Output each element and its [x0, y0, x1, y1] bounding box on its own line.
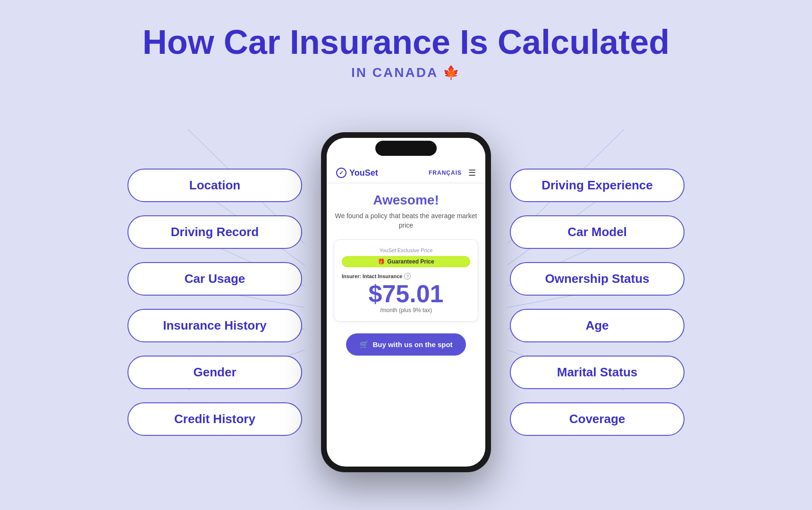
page-container: How Car Insurance Is Calculated IN CANAD… [0, 0, 812, 510]
youset-price-label: YouSet Exclusive Price [342, 247, 470, 253]
per-month-text: /month (plus 9% tax) [342, 307, 470, 314]
phone-logo: ✓ YouSet [336, 168, 378, 178]
guaranteed-pill: 🎁 Guaranteed Price [342, 256, 470, 267]
buy-button[interactable]: 🛒 Buy with us on the spot [346, 333, 465, 356]
price-amount: $75.01 [342, 281, 470, 306]
gift-icon: 🎁 [378, 258, 385, 265]
phone-screen: ✓ YouSet FRANÇAIS ☰ Awesome! We found a … [327, 138, 485, 467]
phone-mockup: ✓ YouSet FRANÇAIS ☰ Awesome! We found a … [321, 132, 491, 472]
pill-car-usage: Car Usage [127, 262, 302, 296]
main-title: How Car Insurance Is Calculated [143, 24, 669, 61]
pill-age: Age [510, 309, 685, 342]
pill-coverage: Coverage [510, 402, 685, 436]
phone-nav: ✓ YouSet FRANÇAIS ☰ [327, 164, 485, 183]
header-section: How Car Insurance Is Calculated IN CANAD… [143, 0, 669, 80]
insurer-line: Insurer: Intact Insurance ? [342, 273, 470, 280]
content-area: Location Driving Record Car Usage Insura… [0, 94, 812, 510]
right-pill-column: Driving Experience Car Model Ownership S… [510, 169, 685, 436]
price-card: YouSet Exclusive Price 🎁 Guaranteed Pric… [334, 239, 478, 322]
policy-description: We found a policy that beats the average… [334, 212, 478, 230]
phone-main-content: Awesome! We found a policy that beats th… [327, 183, 485, 467]
language-toggle[interactable]: FRANÇAIS [429, 170, 462, 176]
pill-driving-record: Driving Record [127, 215, 302, 249]
info-icon: ? [404, 273, 411, 280]
cart-icon: 🛒 [359, 340, 369, 349]
phone-nav-right: FRANÇAIS ☰ [429, 168, 476, 178]
pill-car-model: Car Model [510, 215, 685, 249]
subtitle: IN CANADA 🍁 [143, 65, 669, 80]
buy-button-label: Buy with us on the spot [372, 340, 452, 348]
insurer-text: Insurer: Intact Insurance [342, 273, 402, 279]
phone-device: ✓ YouSet FRANÇAIS ☰ Awesome! We found a … [321, 132, 491, 472]
youset-logo-text: YouSet [349, 168, 378, 178]
pill-credit-history: Credit History [127, 402, 302, 436]
pill-gender: Gender [127, 356, 302, 389]
awesome-heading: Awesome! [373, 193, 439, 208]
guaranteed-label-text: Guaranteed Price [387, 258, 434, 265]
pill-location: Location [127, 169, 302, 202]
subtitle-text: IN CANADA 🍁 [351, 65, 461, 80]
hamburger-menu-icon[interactable]: ☰ [468, 168, 476, 178]
pill-marital-status: Marital Status [510, 356, 685, 389]
phone-notch [375, 141, 437, 156]
youset-check-icon: ✓ [336, 168, 347, 178]
pill-ownership-status: Ownership Status [510, 262, 685, 296]
pill-insurance-history: Insurance History [127, 309, 302, 342]
pill-driving-experience: Driving Experience [510, 169, 685, 202]
left-pill-column: Location Driving Record Car Usage Insura… [127, 169, 302, 436]
